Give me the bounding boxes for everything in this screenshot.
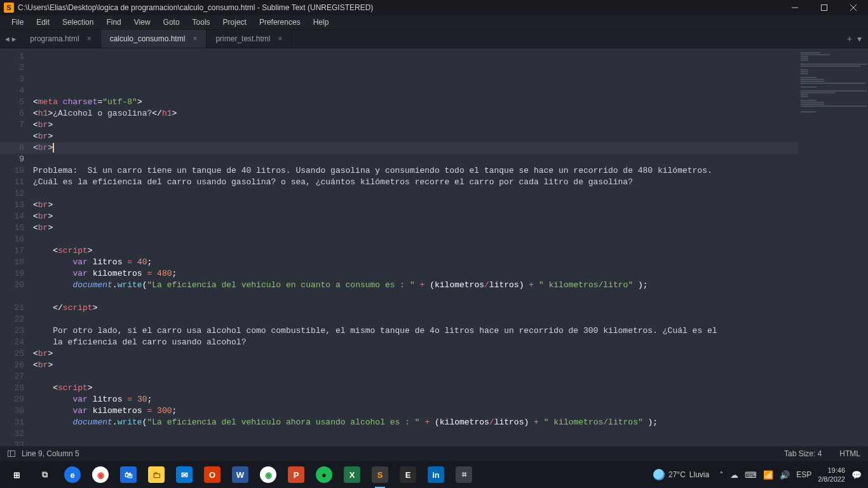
menu-goto[interactable]: Goto bbox=[157, 18, 186, 27]
code-line bbox=[33, 428, 798, 440]
tab-programa-html[interactable]: programa.html× bbox=[21, 30, 100, 48]
weather-condition: Lluvia bbox=[689, 470, 709, 479]
code-line: <h1>¿Alcohol o gasolina?</h1> bbox=[33, 108, 798, 119]
close-button[interactable] bbox=[839, 0, 868, 15]
code-line: <br> bbox=[33, 119, 798, 131]
svg-rect-0 bbox=[792, 8, 798, 8]
taskbar-app-sublime[interactable]: S bbox=[366, 461, 394, 488]
intel-icon: in bbox=[428, 466, 444, 483]
chrome-icon: ◉ bbox=[92, 466, 109, 483]
tab-bar: ◀ ▶ programa.html×calculo_consumo.html×p… bbox=[0, 29, 868, 48]
tray-volume-icon[interactable]: 🔊 bbox=[780, 470, 790, 480]
code-line: document.write("La eficiencia del vehicu… bbox=[33, 417, 798, 428]
start-icon: ⊞ bbox=[8, 466, 25, 483]
tab-overflow-button[interactable]: ▾ bbox=[857, 34, 862, 44]
store-icon: 🛍 bbox=[120, 466, 137, 483]
tray-wifi-icon[interactable]: 📶 bbox=[763, 470, 773, 480]
office-icon: O bbox=[204, 466, 220, 483]
taskbar-app-start[interactable]: ⊞ bbox=[3, 461, 31, 488]
taskbar-app-chrome[interactable]: ◉ bbox=[86, 461, 114, 488]
window-titlebar: S C:\Users\Elias\Desktop\logica de progr… bbox=[0, 0, 868, 15]
clock[interactable]: 19:46 2/8/2022 bbox=[818, 466, 845, 484]
menu-selection[interactable]: Selection bbox=[56, 18, 100, 27]
code-line: document.write("La eficiencia del vehicu… bbox=[33, 280, 798, 291]
tray-keyboard-icon[interactable]: ⌨ bbox=[745, 470, 757, 480]
app-icon: S bbox=[4, 3, 14, 13]
tab-calculo_consumo-html[interactable]: calculo_consumo.html× bbox=[101, 30, 207, 48]
taskbar-app-explorer[interactable]: 🗀 bbox=[142, 461, 170, 488]
code-content[interactable]: <meta charset="utf-8"><h1>¿Alcohol o gas… bbox=[33, 48, 798, 446]
tab-primer_test-html[interactable]: primer_test.html× bbox=[207, 30, 292, 48]
taskbar-app-intel[interactable]: in bbox=[422, 461, 450, 488]
epic-icon: E bbox=[400, 466, 416, 483]
menu-view[interactable]: View bbox=[128, 18, 157, 27]
maximize-button[interactable] bbox=[810, 0, 839, 15]
code-line bbox=[33, 371, 798, 383]
taskbar-app-edge[interactable]: e bbox=[58, 461, 86, 488]
menu-preferences[interactable]: Preferences bbox=[253, 18, 307, 27]
taskbar-app-powerpoint[interactable]: P bbox=[282, 461, 310, 488]
tab-size-indicator[interactable]: Tab Size: 4 bbox=[784, 449, 822, 458]
taskbar-app-mail[interactable]: ✉ bbox=[170, 461, 198, 488]
notifications-icon[interactable]: 💬 bbox=[851, 470, 862, 480]
code-line: var kilometros = 480; bbox=[33, 268, 798, 280]
tab-close-icon[interactable]: × bbox=[87, 34, 92, 43]
syntax-indicator[interactable]: HTML bbox=[839, 449, 860, 458]
tab-close-icon[interactable]: × bbox=[278, 34, 282, 43]
code-line-wrap: ¿Cuál es la eficiencia del carro usando … bbox=[33, 177, 798, 188]
back-icon[interactable]: ◀ bbox=[5, 35, 10, 43]
edge-icon: e bbox=[64, 466, 81, 483]
panel-toggle-icon[interactable] bbox=[8, 451, 15, 457]
code-line: <meta charset="utf-8"> bbox=[33, 97, 798, 108]
menu-file[interactable]: File bbox=[5, 18, 30, 27]
minimap[interactable] bbox=[798, 48, 868, 446]
calculator-icon: ⌗ bbox=[456, 466, 472, 483]
tray-onedrive-icon[interactable]: ☁ bbox=[730, 470, 738, 480]
language-indicator[interactable]: ESP bbox=[796, 470, 811, 479]
code-line: <br> bbox=[33, 131, 798, 142]
word-icon: W bbox=[232, 466, 248, 483]
text-cursor bbox=[53, 143, 54, 152]
menu-edit[interactable]: Edit bbox=[30, 18, 56, 27]
code-line: var kilometros = 300; bbox=[33, 405, 798, 417]
taskbar-app-task-view[interactable]: ⧉ bbox=[31, 461, 58, 488]
code-line bbox=[33, 154, 798, 165]
tab-close-icon[interactable]: × bbox=[193, 34, 197, 43]
tray-chevron-icon[interactable]: ˄ bbox=[719, 470, 724, 480]
taskbar-app-excel[interactable]: X bbox=[338, 461, 366, 488]
new-tab-button[interactable]: + bbox=[847, 34, 852, 44]
code-line-wrap: la eficiencia del carro usando alcohol? bbox=[33, 337, 798, 348]
code-line bbox=[33, 234, 798, 245]
tab-label: programa.html bbox=[30, 34, 79, 43]
code-line: <br> bbox=[33, 142, 798, 154]
menu-tools[interactable]: Tools bbox=[186, 18, 217, 27]
code-line bbox=[33, 291, 798, 302]
taskbar-app-store[interactable]: 🛍 bbox=[114, 461, 142, 488]
taskbar-app-spotify[interactable]: ● bbox=[310, 461, 338, 488]
taskbar-app-epic[interactable]: E bbox=[394, 461, 422, 488]
taskbar-app-chrome2[interactable]: ◉ bbox=[254, 461, 282, 488]
taskbar-app-calculator[interactable]: ⌗ bbox=[450, 461, 478, 488]
taskbar-app-word[interactable]: W bbox=[226, 461, 254, 488]
editor-area[interactable]: 1234567 891011121314151617181920 2122232… bbox=[0, 48, 868, 446]
weather-icon bbox=[653, 469, 665, 480]
weather-widget[interactable]: 27°C Lluvia bbox=[653, 469, 709, 480]
code-line: <script> bbox=[33, 245, 798, 257]
code-line: <br> bbox=[33, 360, 798, 371]
status-bar: Line 9, Column 5 Tab Size: 4 HTML bbox=[0, 446, 868, 461]
cursor-position: Line 9, Column 5 bbox=[22, 449, 79, 458]
weather-temp: 27°C bbox=[668, 470, 686, 479]
menu-help[interactable]: Help bbox=[307, 18, 336, 27]
tab-label: calculo_consumo.html bbox=[110, 34, 186, 43]
taskbar-app-office[interactable]: O bbox=[198, 461, 226, 488]
menu-find[interactable]: Find bbox=[100, 18, 127, 27]
forward-icon[interactable]: ▶ bbox=[12, 35, 17, 43]
code-line: </script> bbox=[33, 302, 798, 314]
chrome2-icon: ◉ bbox=[260, 466, 276, 483]
tab-history-nav[interactable]: ◀ ▶ bbox=[0, 30, 21, 48]
powerpoint-icon: P bbox=[288, 466, 304, 483]
menu-project[interactable]: Project bbox=[217, 18, 253, 27]
minimize-button[interactable] bbox=[780, 0, 810, 15]
explorer-icon: 🗀 bbox=[148, 466, 165, 483]
line-number-gutter: 1234567 891011121314151617181920 2122232… bbox=[0, 48, 33, 446]
